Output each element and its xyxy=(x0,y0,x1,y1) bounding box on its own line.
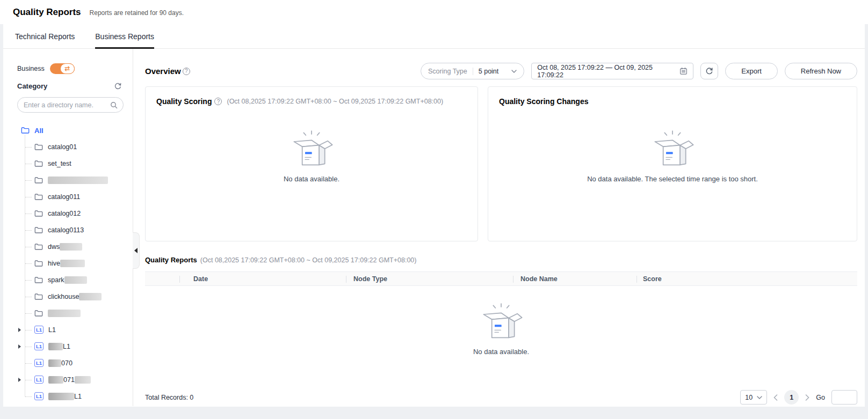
redacted-text xyxy=(60,243,82,251)
refresh-now-button[interactable]: Refresh Now xyxy=(785,63,857,79)
tree-item[interactable]: L1070 xyxy=(17,355,133,371)
current-page-button[interactable]: 1 xyxy=(784,390,799,405)
tree-item-label: L1 xyxy=(74,393,82,400)
table-header-row: Date Node Type Node Name Score xyxy=(145,271,857,286)
previous-page-icon[interactable] xyxy=(773,394,778,401)
quality-scoring-changes-title: Quality Scoring Changes xyxy=(499,97,588,106)
table-header-node-name[interactable]: Node Name xyxy=(513,272,636,285)
next-page-icon[interactable] xyxy=(805,394,809,401)
directory-search-input[interactable] xyxy=(24,101,110,109)
category-sidebar: Business Category xyxy=(3,49,133,406)
expand-caret-icon[interactable] xyxy=(18,378,21,382)
collapse-left-icon xyxy=(134,248,138,253)
redacted-text xyxy=(64,276,87,284)
swap-arrows-icon xyxy=(60,63,75,74)
empty-text: No data available. The selected time ran… xyxy=(587,175,758,183)
category-tree: All catalog01set_testcatalog011catalog01… xyxy=(17,122,133,405)
tree-item[interactable] xyxy=(17,172,133,188)
tree-item-label: clickhouse xyxy=(48,293,79,300)
tree-item-label: 070 xyxy=(61,359,73,367)
redacted-text xyxy=(48,393,74,400)
tab-business-reports[interactable]: Business Reports xyxy=(95,24,154,48)
tab-technical-reports[interactable]: Technical Reports xyxy=(15,24,75,48)
redacted-text xyxy=(48,177,108,184)
empty-box-icon xyxy=(649,129,696,167)
overview-help-icon[interactable] xyxy=(183,68,190,75)
tree-item[interactable]: spark xyxy=(17,271,133,288)
tree-item[interactable]: catalog012 xyxy=(17,205,133,222)
tree-item[interactable]: L1071 xyxy=(17,371,133,388)
refresh-tree-icon[interactable] xyxy=(114,82,122,90)
tree-connector xyxy=(25,313,32,314)
date-range-picker[interactable]: Oct 08, 2025 17:09:22 — Oct 09, 2025 17:… xyxy=(531,63,693,79)
tree-connector xyxy=(25,396,32,397)
redacted-text xyxy=(75,376,91,384)
tree-connector xyxy=(25,347,32,347)
folder-icon xyxy=(34,210,43,217)
tree-item-label: spark xyxy=(48,276,64,284)
tree-item[interactable]: clickhouse xyxy=(17,288,133,305)
tree-item[interactable]: catalog01 xyxy=(17,138,133,155)
folder-icon xyxy=(34,160,43,167)
pagination: 10 1 Go xyxy=(740,390,857,405)
tree-item[interactable]: hive xyxy=(17,255,133,271)
quality-scoring-title: Quality Scoring xyxy=(156,97,212,106)
tree-item-label: set_test xyxy=(48,160,71,167)
business-toggle[interactable] xyxy=(50,63,75,74)
tree-item[interactable]: dws xyxy=(17,238,133,255)
tree-connector xyxy=(25,147,32,148)
go-to-page-input[interactable] xyxy=(831,390,857,405)
tree-connector xyxy=(25,180,32,181)
tree-item[interactable] xyxy=(17,305,133,321)
l1-badge-icon: L1 xyxy=(34,392,44,400)
content-panel: Technical Reports Business Reports Busin… xyxy=(3,24,865,407)
chevron-down-icon xyxy=(757,396,762,399)
tree-item[interactable]: L1L1 xyxy=(17,338,133,355)
refresh-icon-button[interactable] xyxy=(700,63,718,79)
page-header: Quality Reports Reports are retained for… xyxy=(0,0,868,24)
tree-item-label: catalog0113 xyxy=(48,226,84,234)
category-section-title: Category xyxy=(17,82,47,90)
table-header-date[interactable]: Date xyxy=(179,272,346,285)
tree-connector xyxy=(25,380,32,380)
tree-connector xyxy=(25,214,32,214)
tree-connector xyxy=(25,297,32,297)
date-range-value: Oct 08, 2025 17:09:22 — Oct 09, 2025 17:… xyxy=(537,64,679,79)
tree-item-all[interactable]: All xyxy=(17,122,133,138)
table-header-node-type[interactable]: Node Type xyxy=(346,272,513,285)
business-toggle-label: Business xyxy=(17,65,45,72)
tree-item[interactable]: catalog011 xyxy=(17,188,133,205)
directory-search xyxy=(17,97,124,113)
sidebar-collapse-handle[interactable] xyxy=(133,232,140,269)
calendar-icon xyxy=(679,67,688,75)
tree-item[interactable]: catalog0113 xyxy=(17,222,133,238)
tree-item[interactable]: L1L1 xyxy=(17,388,133,405)
folder-icon xyxy=(34,193,43,201)
tree-connector xyxy=(25,280,32,281)
search-icon[interactable] xyxy=(110,101,118,109)
go-to-page-label: Go xyxy=(816,394,825,401)
folder-icon xyxy=(34,143,43,151)
redacted-text xyxy=(48,310,81,317)
page-title: Quality Reports xyxy=(13,7,81,18)
page-size-select[interactable]: 10 xyxy=(740,390,767,405)
empty-text: No data available. xyxy=(284,175,339,183)
folder-icon xyxy=(34,226,43,234)
total-records: Total Records: 0 xyxy=(145,394,193,401)
quality-scoring-help-icon[interactable] xyxy=(214,98,222,105)
expand-caret-icon[interactable] xyxy=(18,344,21,349)
tree-item[interactable]: set_test xyxy=(17,155,133,172)
scoring-type-value: 5 point xyxy=(479,68,507,75)
quality-scoring-changes-card: Quality Scoring Changes No data availabl… xyxy=(488,86,857,241)
page-size-value: 10 xyxy=(745,394,753,401)
export-button[interactable]: Export xyxy=(725,63,778,79)
empty-box-icon xyxy=(288,129,335,167)
expand-caret-icon[interactable] xyxy=(18,328,21,332)
table-header-score[interactable]: Score xyxy=(636,272,857,285)
empty-box-icon xyxy=(478,302,525,340)
scoring-type-select[interactable]: Scoring Type 5 point xyxy=(421,63,524,79)
tree-item[interactable]: L1L1 xyxy=(17,321,133,338)
folder-icon xyxy=(34,177,43,184)
quality-scoring-range: (Oct 08,2025 17:09:22 GMT+08:00 ~ Oct 09… xyxy=(227,98,443,105)
redacted-text xyxy=(48,343,63,350)
